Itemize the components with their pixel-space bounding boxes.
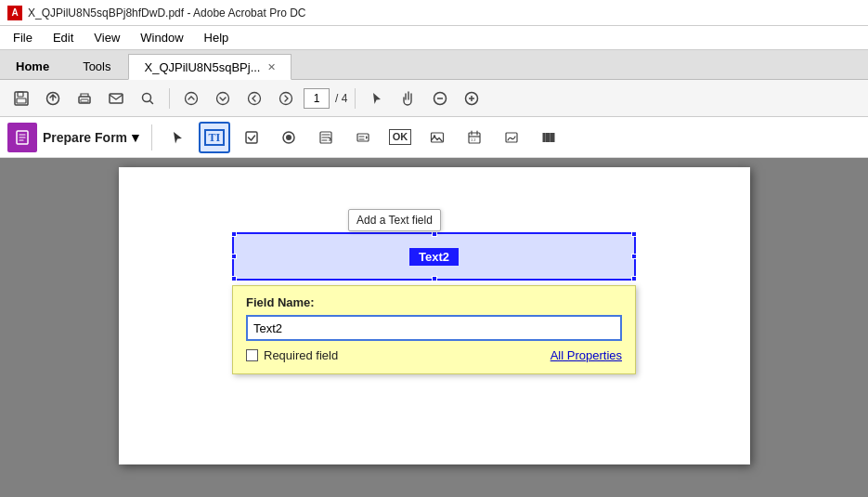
popup-field-name-input[interactable] — [246, 315, 622, 341]
handle-tm[interactable] — [432, 231, 437, 237]
svg-point-9 — [217, 92, 229, 104]
tab-doc[interactable]: X_QJPilU8N5sqBPj... ✕ — [128, 54, 291, 80]
select-tool-button[interactable] — [363, 85, 391, 111]
back-button[interactable] — [240, 85, 268, 111]
svg-rect-2 — [17, 98, 26, 103]
all-properties-link[interactable]: All Properties — [551, 348, 622, 362]
toolbar-separator-1 — [169, 88, 170, 109]
svg-text:1 2: 1 2 — [471, 137, 476, 142]
form-button-tool[interactable]: OK — [384, 122, 416, 153]
form-image-tool[interactable] — [421, 122, 453, 153]
tab-home[interactable]: Home — [0, 53, 65, 79]
text-field-box[interactable]: Text2 — [232, 232, 636, 281]
popup-bottom-row: Required field All Properties — [246, 348, 622, 362]
form-checkbox-tool[interactable] — [236, 122, 267, 153]
menu-window[interactable]: Window — [131, 29, 192, 46]
handle-tr[interactable] — [631, 231, 637, 237]
handle-tl[interactable] — [231, 231, 237, 237]
menu-file[interactable]: File — [4, 29, 42, 46]
form-dropdown-tool[interactable] — [347, 122, 379, 153]
prepare-form-label: Prepare Form — [43, 130, 127, 145]
required-checkbox[interactable] — [246, 349, 258, 361]
zoom-out-button[interactable] — [426, 85, 454, 111]
zoom-in-button[interactable] — [458, 85, 486, 111]
svg-rect-6 — [110, 94, 123, 103]
svg-point-10 — [249, 92, 261, 104]
required-label: Required field — [264, 348, 338, 362]
email-button[interactable] — [102, 85, 130, 111]
form-barcode-tool[interactable] — [533, 122, 564, 153]
page-total-label: / 4 — [335, 92, 347, 105]
handle-mr[interactable] — [631, 254, 637, 259]
form-cursor-tool[interactable] — [162, 122, 193, 153]
form-radio-tool[interactable] — [273, 122, 304, 153]
upload-button[interactable] — [39, 85, 67, 111]
text-field-container[interactable]: Text2 Field Name: Required field All Pro… — [232, 232, 636, 281]
main-toolbar: / 4 — [0, 80, 868, 117]
menu-view[interactable]: View — [84, 29, 129, 46]
page-number-input[interactable] — [304, 88, 330, 109]
print-button[interactable] — [71, 85, 98, 111]
popup-field-name-label: Field Name: — [246, 295, 622, 309]
form-signature-tool[interactable] — [496, 122, 527, 153]
required-row: Required field — [246, 348, 338, 362]
handle-br[interactable] — [631, 276, 637, 281]
menu-edit[interactable]: Edit — [44, 29, 83, 46]
toolbar-separator-2 — [355, 88, 356, 109]
form-toolbar: Prepare Form ▼ TI OK 1 2 — [0, 117, 868, 158]
handle-ml[interactable] — [231, 254, 237, 259]
scroll-down-button[interactable] — [209, 85, 237, 111]
handle-bm[interactable] — [432, 276, 437, 281]
svg-point-17 — [286, 135, 291, 140]
menu-help[interactable]: Help — [195, 29, 239, 46]
prepare-form-dropdown[interactable]: ▼ — [129, 130, 142, 145]
title-bar: A X_QJPilU8N5sqBPj8hfDwD.pdf - Adobe Acr… — [0, 0, 868, 26]
forward-button[interactable] — [272, 85, 300, 111]
form-date-tool[interactable]: 1 2 — [459, 122, 490, 153]
field-popup: Field Name: Required field All Propertie… — [232, 285, 636, 374]
scroll-up-button[interactable] — [177, 85, 205, 111]
app-icon: A — [7, 6, 22, 20]
svg-point-11 — [280, 92, 292, 104]
save-button[interactable] — [7, 85, 35, 111]
tooltip: Add a Text field — [348, 209, 441, 231]
menu-bar: File Edit View Window Help — [0, 26, 868, 50]
prepare-form-icon — [7, 123, 37, 152]
svg-point-8 — [186, 92, 198, 104]
handle-bl[interactable] — [231, 276, 237, 281]
field-label: Text2 — [409, 248, 459, 266]
form-text-field-tool[interactable]: TI — [199, 122, 230, 153]
tab-tools[interactable]: Tools — [67, 53, 126, 79]
title-text: X_QJPilU8N5sqBPj8hfDwD.pdf - Adobe Acrob… — [28, 7, 305, 20]
tab-bar: Home Tools X_QJPilU8N5sqBPj... ✕ — [0, 50, 868, 80]
form-listbox-tool[interactable] — [310, 122, 342, 153]
tab-close-icon[interactable]: ✕ — [267, 61, 276, 73]
form-toolbar-separator-1 — [151, 124, 152, 150]
hand-tool-button[interactable] — [395, 85, 422, 111]
svg-rect-5 — [81, 99, 88, 102]
search-button[interactable] — [134, 85, 162, 111]
content-area: Add a Text field Text2 Field Name: — [0, 158, 868, 497]
